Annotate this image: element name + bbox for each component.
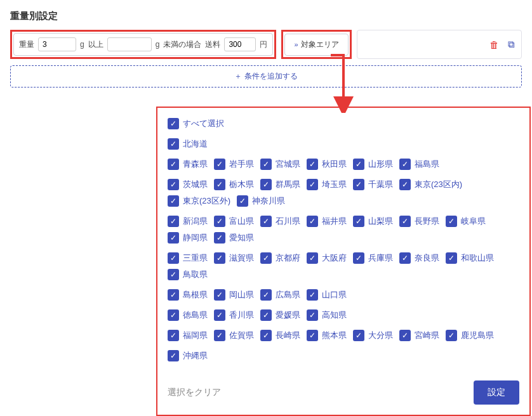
prefecture-checkbox-item[interactable]: ✓鳥取県: [168, 269, 208, 280]
prefecture-checkbox-item[interactable]: ✓宮崎県: [399, 330, 439, 341]
prefecture-checkbox-item[interactable]: ✓佐賀県: [214, 330, 254, 341]
checkbox-checked-icon: ✓: [260, 159, 272, 170]
checkbox-checked-icon: ✓: [214, 289, 225, 301]
prefecture-checkbox-item[interactable]: ✓沖縄県: [168, 350, 208, 361]
plus-icon: ＋: [234, 72, 242, 81]
prefecture-checkbox-item[interactable]: ✓山形県: [353, 159, 393, 170]
prefecture-checkbox-item[interactable]: ✓北海道: [168, 138, 208, 150]
delete-icon[interactable]: 🗑: [489, 39, 499, 50]
prefecture-checkbox-item[interactable]: ✓岡山県: [214, 289, 254, 301]
prefecture-checkbox-item[interactable]: ✓群馬県: [260, 179, 300, 190]
target-area-label: 対象エリア: [301, 39, 339, 50]
prefecture-checkbox-item[interactable]: ✓兵庫県: [353, 252, 393, 264]
prefecture-checkbox-item[interactable]: ✓滋賀県: [214, 252, 254, 264]
checkbox-checked-icon: ✓: [399, 216, 411, 227]
prefecture-checkbox-item[interactable]: ✓広島県: [260, 289, 300, 301]
prefecture-checkbox-item[interactable]: ✓愛知県: [214, 232, 254, 244]
prefecture-checkbox-item[interactable]: ✓長野県: [399, 216, 439, 227]
prefecture-label: 神奈川県: [252, 195, 285, 207]
prefecture-label: 高知県: [322, 309, 347, 321]
prefecture-label: 富山県: [229, 216, 254, 227]
checkbox-checked-icon: ✓: [307, 159, 318, 170]
target-area-button[interactable]: » 対象エリア: [284, 34, 348, 56]
fee-input[interactable]: [224, 37, 256, 51]
checkbox-checked-icon: ✓: [168, 159, 179, 170]
prefecture-label: 奈良県: [415, 252, 439, 264]
prefecture-label: 三重県: [183, 252, 208, 264]
prefecture-checkbox-item[interactable]: ✓山口県: [307, 289, 347, 301]
checkbox-checked-icon: ✓: [168, 216, 179, 227]
prefecture-checkbox-item[interactable]: ✓埼玉県: [307, 179, 347, 190]
prefecture-label: 鹿児島県: [461, 330, 494, 341]
prefecture-group: ✓三重県✓滋賀県✓京都府✓大阪府✓兵庫県✓奈良県✓和歌山県✓鳥取県: [168, 252, 519, 280]
checkbox-checked-icon: ✓: [399, 179, 411, 190]
prefecture-checkbox-item[interactable]: ✓静岡県: [168, 232, 208, 244]
prefecture-checkbox-item[interactable]: ✓大阪府: [307, 252, 347, 264]
prefecture-checkbox-item[interactable]: ✓宮城県: [260, 159, 300, 170]
prefecture-checkbox-item[interactable]: ✓徳島県: [168, 309, 208, 321]
prefecture-checkbox-item[interactable]: ✓東京(23区内): [399, 179, 462, 190]
prefecture-label: 大阪府: [322, 252, 347, 264]
gram-unit-1: g: [80, 40, 84, 49]
select-all-row: ✓ すべて選択: [168, 118, 519, 129]
prefecture-checkbox-item[interactable]: ✓千葉県: [353, 179, 393, 190]
checkbox-checked-icon: ✓: [168, 330, 179, 341]
prefecture-label: 岩手県: [229, 159, 254, 170]
prefecture-checkbox-item[interactable]: ✓山梨県: [353, 216, 393, 227]
prefecture-checkbox-item[interactable]: ✓香川県: [214, 309, 254, 321]
prefecture-group: ✓北海道: [168, 138, 519, 150]
prefecture-checkbox-item[interactable]: ✓奈良県: [399, 252, 439, 264]
prefecture-checkbox-item[interactable]: ✓福島県: [399, 159, 439, 170]
checkbox-checked-icon: ✓: [446, 252, 457, 264]
prefecture-checkbox-item[interactable]: ✓岐阜県: [446, 216, 486, 227]
prefecture-label: 大分県: [368, 330, 393, 341]
arrow-annotation-area: [10, 88, 522, 107]
checkbox-checked-icon: ✓: [168, 118, 179, 129]
checkbox-checked-icon: ✓: [399, 252, 411, 264]
prefecture-checkbox-item[interactable]: ✓福岡県: [168, 330, 208, 341]
prefecture-checkbox-item[interactable]: ✓秋田県: [307, 159, 347, 170]
area-selection-panel: ✓ すべて選択 ✓北海道✓青森県✓岩手県✓宮城県✓秋田県✓山形県✓福島県✓茨城県…: [156, 107, 531, 416]
checkbox-checked-icon: ✓: [214, 159, 225, 170]
prefecture-checkbox-item[interactable]: ✓鹿児島県: [446, 330, 494, 341]
prefecture-checkbox-item[interactable]: ✓青森県: [168, 159, 208, 170]
prefecture-checkbox-item[interactable]: ✓愛媛県: [260, 309, 300, 321]
prefecture-checkbox-item[interactable]: ✓三重県: [168, 252, 208, 264]
clear-selection-link[interactable]: 選択をクリア: [168, 387, 221, 398]
prefecture-checkbox-item[interactable]: ✓富山県: [214, 216, 254, 227]
prefecture-checkbox-item[interactable]: ✓長崎県: [260, 330, 300, 341]
prefecture-label: 広島県: [276, 289, 300, 301]
weight-min-input[interactable]: [38, 37, 76, 51]
prefecture-checkbox-item[interactable]: ✓新潟県: [168, 216, 208, 227]
prefecture-checkbox-item[interactable]: ✓神奈川県: [237, 195, 285, 207]
prefecture-checkbox-item[interactable]: ✓和歌山県: [446, 252, 494, 264]
prefecture-checkbox-item[interactable]: ✓熊本県: [307, 330, 347, 341]
prefecture-label: 石川県: [276, 216, 300, 227]
prefecture-checkbox-item[interactable]: ✓東京(23区外): [168, 195, 230, 207]
miman-label: 未満の場合: [163, 39, 201, 50]
prefecture-checkbox-item[interactable]: ✓茨城県: [168, 179, 208, 190]
prefecture-checkbox-item[interactable]: ✓岩手県: [214, 159, 254, 170]
prefecture-checkbox-item[interactable]: ✓石川県: [260, 216, 300, 227]
prefecture-group: ✓福岡県✓佐賀県✓長崎県✓熊本県✓大分県✓宮崎県✓鹿児島県: [168, 330, 519, 341]
prefecture-checkbox-item[interactable]: ✓京都府: [260, 252, 300, 264]
prefecture-checkbox-item[interactable]: ✓島根県: [168, 289, 208, 301]
add-condition-button[interactable]: ＋条件を追加する: [10, 65, 522, 88]
checkbox-checked-icon: ✓: [446, 216, 457, 227]
prefecture-checkbox-item[interactable]: ✓福井県: [307, 216, 347, 227]
select-all-checkbox-item[interactable]: ✓ すべて選択: [168, 118, 224, 129]
prefecture-label: 岐阜県: [461, 216, 486, 227]
prefecture-group: ✓青森県✓岩手県✓宮城県✓秋田県✓山形県✓福島県: [168, 159, 519, 170]
actions-box: 🗑 ⧉: [357, 30, 522, 59]
submit-button[interactable]: 設定: [474, 380, 519, 405]
prefecture-checkbox-item[interactable]: ✓大分県: [353, 330, 393, 341]
ijou-label: 以上: [88, 39, 103, 50]
prefecture-label: 東京(23区内): [415, 179, 462, 190]
checkbox-checked-icon: ✓: [168, 232, 179, 244]
copy-icon[interactable]: ⧉: [508, 39, 515, 50]
weight-max-input[interactable]: [107, 37, 152, 51]
prefecture-checkbox-item[interactable]: ✓栃木県: [214, 179, 254, 190]
panel-footer: 選択をクリア 設定: [168, 380, 519, 405]
prefecture-checkbox-item[interactable]: ✓高知県: [307, 309, 347, 321]
weight-condition-box: 重量 g 以上 g 未満の場合 送料 円: [13, 33, 273, 56]
